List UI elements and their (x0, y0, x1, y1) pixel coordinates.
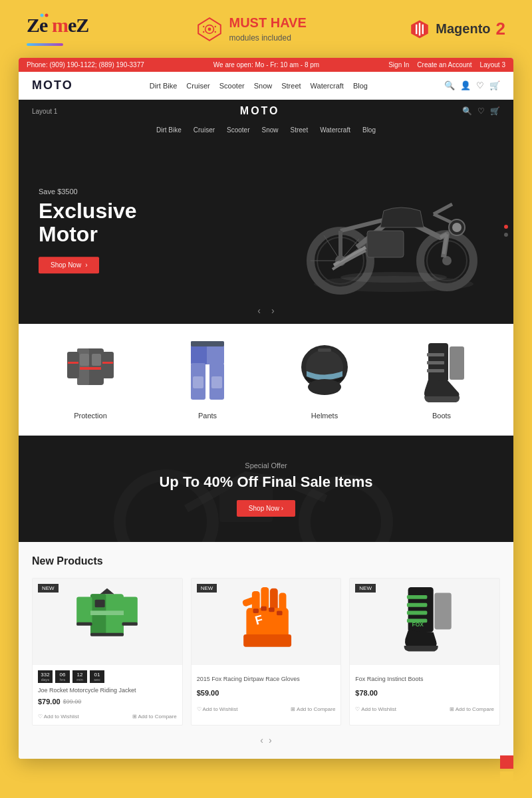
svg-point-21 (452, 223, 462, 232)
dark-nav-blog[interactable]: Blog (362, 126, 376, 134)
jacket-compare-btn[interactable]: ⊞ Add to Compare (132, 714, 177, 720)
product-pricing-boots: $78.00 (355, 686, 494, 698)
svg-rect-50 (427, 361, 444, 364)
jacket-wishlist-btn[interactable]: ♡ Add to Wishlist (38, 714, 79, 720)
protection-image (57, 340, 124, 406)
dark-cart-icon[interactable]: 🛒 (490, 106, 500, 116)
hero-arrows: ‹ › (257, 305, 274, 316)
svg-rect-79 (407, 602, 427, 606)
nav-street[interactable]: Street (281, 82, 301, 90)
product-actions-gloves: ♡ Add to Wishlist ⊞ Add to Compare (192, 704, 341, 718)
boots-wishlist-btn[interactable]: ♡ Add to Wishlist (355, 706, 396, 712)
nav-cruiser[interactable]: Cruiser (186, 82, 209, 90)
svg-rect-64 (90, 633, 124, 636)
svg-rect-19 (367, 231, 404, 257)
svg-rect-47 (318, 348, 331, 352)
special-offer-label: Special Offer (159, 462, 372, 469)
dark-search-icon[interactable]: 🔍 (462, 106, 472, 116)
timer-hours: 06 hrs (55, 670, 70, 683)
cart-icon[interactable]: 🛒 (489, 80, 500, 90)
hero-next-arrow[interactable]: › (271, 305, 275, 316)
svg-text:m: m (52, 14, 68, 36)
svg-rect-80 (407, 610, 427, 614)
svg-rect-32 (80, 354, 89, 366)
new-products-section: New Products NEW (19, 542, 513, 759)
new-products-title: New Products (32, 555, 500, 567)
svg-rect-63 (122, 622, 138, 626)
category-helmets[interactable]: Helmets (291, 340, 358, 420)
special-offer-button[interactable]: Shop Now › (237, 500, 295, 517)
motorcycle-svg (287, 151, 500, 297)
wishlist-icon[interactable]: ♡ (476, 80, 484, 90)
product-card-jacket: NEW (32, 578, 183, 726)
gloves-compare-btn[interactable]: ⊞ Add to Compare (291, 706, 335, 712)
nav-dirt-bike[interactable]: Dirt Bike (150, 82, 178, 90)
special-offer-title: Up To 40% Off Final Sale Items (159, 473, 372, 491)
product-boots-svg: FOX (388, 581, 462, 664)
gloves-wishlist-btn[interactable]: ♡ Add to Wishlist (197, 706, 238, 712)
category-boots[interactable]: Boots (408, 340, 475, 420)
svg-rect-51 (427, 369, 444, 372)
svg-point-46 (308, 379, 341, 395)
nav-watercraft[interactable]: Watercraft (311, 82, 344, 90)
hero-prev-arrow[interactable]: ‹ (257, 305, 261, 316)
category-pants[interactable]: Pants (174, 340, 241, 420)
user-icon[interactable]: 👤 (460, 80, 471, 90)
product-actions-boots: ♡ Add to Wishlist ⊞ Add to Compare (350, 704, 499, 718)
category-protection[interactable]: Protection (57, 340, 124, 420)
topbar-phone: Phone: (909) 190-1122; (889) 190-3377 (27, 61, 144, 68)
must-have-subtitle: modules included (229, 31, 307, 43)
boots-image (408, 340, 475, 406)
nav-scooter[interactable]: Scooter (219, 82, 245, 90)
product-price-gloves: $59.00 (197, 689, 219, 697)
must-have-badge: MUST HAVE modules included (196, 15, 307, 43)
svg-rect-33 (92, 354, 101, 366)
dark-nav-snow[interactable]: Snow (262, 126, 279, 134)
nav-blog[interactable]: Blog (353, 82, 368, 90)
hero-shop-button[interactable]: Shop Now › (39, 257, 99, 274)
search-icon[interactable]: 🔍 (444, 80, 455, 90)
svg-rect-76 (277, 610, 282, 615)
product-price-jacket: $79.00 (38, 698, 61, 706)
svg-point-9 (214, 25, 215, 27)
dark-nav-street[interactable]: Street (291, 126, 309, 134)
dark-nav-watercraft[interactable]: Watercraft (320, 126, 350, 134)
product-name-gloves: 2015 Fox Racing Dirtpaw Race Gloves (197, 676, 336, 684)
dark-nav-dirt-bike[interactable]: Dirt Bike (156, 126, 182, 134)
hero-title-line2: Motor (39, 223, 98, 247)
header-icons: 🔍 👤 ♡ 🛒 (444, 80, 500, 90)
pagination-prev[interactable]: ‹ (260, 735, 263, 745)
sign-in-link[interactable]: Sign In (388, 61, 409, 68)
product-new-badge-3: NEW (355, 584, 376, 593)
dark-nav: Dirt Bike Cruiser Scooter Snow Street Wa… (19, 122, 513, 138)
svg-text:FOX: FOX (412, 621, 424, 628)
dark-nav-cruiser[interactable]: Cruiser (194, 126, 215, 134)
boots-compare-btn[interactable]: ⊞ Add to Compare (450, 706, 494, 712)
product-price-boots: $78.00 (355, 689, 378, 697)
product-actions-jacket: ♡ Add to Wishlist ⊞ Add to Compare (33, 711, 182, 725)
svg-rect-78 (407, 595, 427, 598)
hero-dot-1[interactable] (504, 225, 508, 229)
product-info-gloves: 2015 Fox Racing Dirtpaw Race Gloves $59.… (192, 665, 341, 704)
pants-svg (184, 340, 231, 406)
nav-snow[interactable]: Snow (254, 82, 273, 90)
layout-button[interactable]: Layout 1 (32, 108, 57, 115)
timer-sec: 01 sec (90, 670, 104, 683)
svg-point-27 (340, 272, 447, 283)
magento-number: 2 (496, 19, 505, 39)
svg-point-10 (203, 31, 204, 32)
svg-rect-60 (90, 610, 124, 615)
svg-rect-74 (261, 606, 266, 610)
create-account-link[interactable]: Create an Account (417, 61, 471, 68)
hero-dot-2[interactable] (504, 233, 508, 237)
svg-rect-83 (434, 593, 451, 629)
svg-rect-35 (68, 362, 78, 364)
hero-save-text: Save $3500 (39, 188, 137, 196)
category-boots-label: Boots (408, 412, 475, 420)
product-info-boots: Fox Racing Instinct Boots $78.00 (350, 665, 499, 704)
layout-selector[interactable]: Layout 3 (480, 61, 505, 68)
dark-wishlist-icon[interactable]: ♡ (477, 106, 485, 116)
pagination-next[interactable]: › (269, 735, 272, 745)
svg-rect-58 (76, 597, 92, 625)
dark-nav-scooter[interactable]: Scooter (227, 126, 249, 134)
